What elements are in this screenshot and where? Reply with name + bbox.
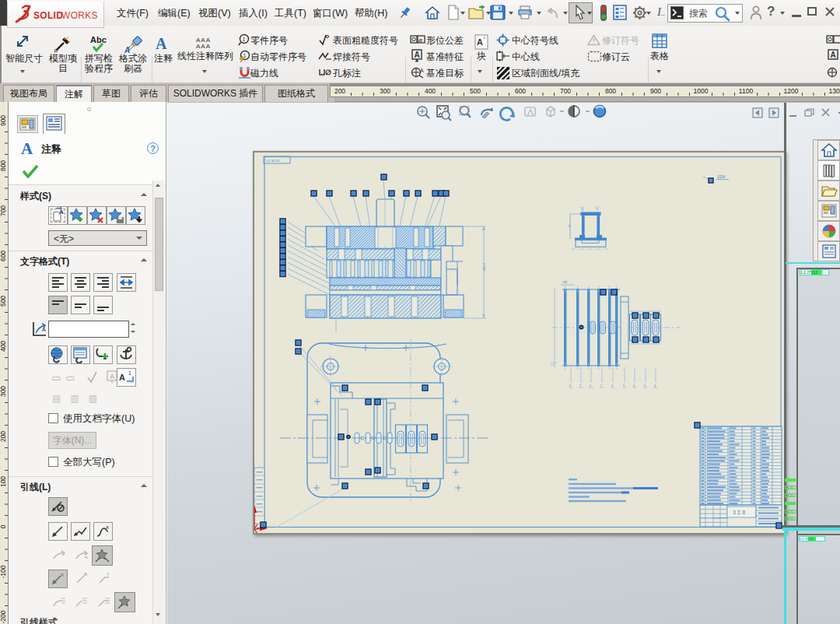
- svg-text:7: 7: [579, 384, 581, 387]
- svg-text:x: x: [107, 571, 110, 577]
- svg-text:3: 3: [569, 384, 571, 387]
- svg-text:1300: 1300: [829, 87, 840, 95]
- svg-text:1: 1: [128, 370, 131, 376]
- svg-text:600: 600: [515, 87, 526, 95]
- svg-text:1:2 SJ-10: 1:2 SJ-10: [266, 159, 280, 163]
- svg-text:WORKS: WORKS: [61, 10, 98, 21]
- svg-text:A: A: [415, 51, 420, 59]
- svg-text:600: 600: [0, 251, 7, 261]
- svg-text:1: 1: [243, 37, 246, 42]
- svg-text:72: 72: [568, 225, 571, 228]
- svg-text:245.5: 245.5: [482, 262, 486, 271]
- svg-text:A: A: [156, 35, 167, 52]
- svg-text:300: 300: [380, 87, 390, 95]
- svg-text:800: 800: [605, 87, 616, 95]
- svg-text:7: 7: [600, 384, 602, 387]
- svg-text:4: 4: [633, 384, 635, 387]
- svg-text:500: 500: [470, 87, 481, 95]
- svg-text:SOLID: SOLID: [33, 10, 63, 21]
- svg-text:⌀: ⌀: [418, 37, 422, 44]
- svg-text:300: 300: [0, 386, 7, 397]
- svg-text:1: 1: [243, 53, 247, 58]
- svg-text:x: x: [61, 571, 64, 578]
- svg-text:900: 900: [650, 87, 661, 95]
- svg-text:A: A: [477, 37, 483, 47]
- svg-text:0: 0: [0, 524, 7, 528]
- svg-text:200: 200: [0, 431, 7, 442]
- svg-text:x: x: [106, 524, 109, 531]
- svg-text:AAA: AAA: [196, 43, 211, 50]
- svg-text:1200: 1200: [784, 87, 799, 95]
- svg-text:700: 700: [560, 87, 571, 95]
- svg-text:1100: 1100: [739, 87, 754, 95]
- svg-text:800: 800: [0, 160, 7, 171]
- svg-text:Abc: Abc: [90, 35, 107, 44]
- svg-text:500: 500: [0, 296, 7, 307]
- svg-text:9: 9: [644, 384, 646, 387]
- svg-text:1000: 1000: [694, 87, 709, 95]
- svg-text:3: 3: [611, 384, 613, 387]
- svg-text:1034: 1034: [717, 175, 726, 179]
- svg-text:400: 400: [425, 87, 436, 95]
- svg-text:-100: -100: [0, 565, 7, 578]
- svg-text:100: 100: [0, 476, 7, 487]
- svg-text:-200: -200: [0, 610, 7, 623]
- svg-text:A: A: [110, 373, 115, 380]
- svg-text:3Σ8: 3Σ8: [733, 510, 747, 515]
- svg-text:400: 400: [0, 341, 7, 352]
- svg-text:A: A: [119, 373, 125, 382]
- svg-text:A: A: [42, 327, 46, 332]
- svg-text:900: 900: [0, 115, 7, 126]
- svg-text:x: x: [84, 571, 87, 577]
- svg-text:4: 4: [654, 384, 656, 387]
- svg-text:A: A: [420, 68, 424, 73]
- svg-text:188: 188: [562, 281, 567, 284]
- svg-text:2: 2: [590, 384, 591, 387]
- svg-text:9: 9: [623, 384, 625, 387]
- svg-text:700: 700: [0, 205, 7, 216]
- svg-text:200: 200: [334, 87, 345, 95]
- svg-text:°: °: [483, 36, 485, 43]
- svg-text:A: A: [831, 51, 836, 59]
